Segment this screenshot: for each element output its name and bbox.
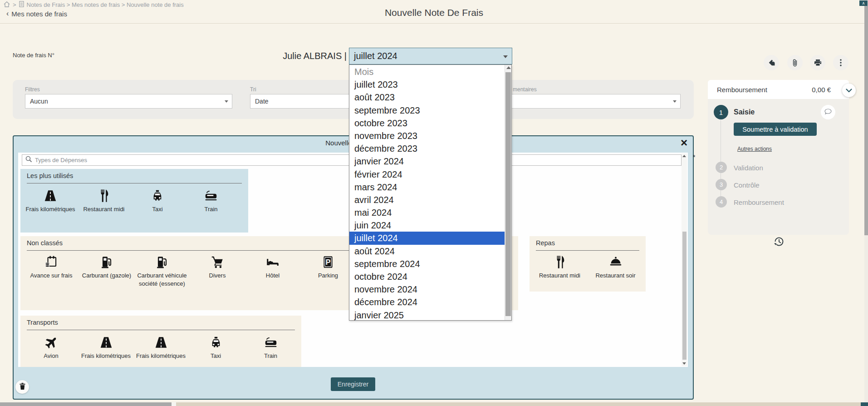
month-option[interactable]: avril 2024 [349, 193, 505, 206]
expense-type-item[interactable]: Hôtel [245, 254, 300, 287]
taxi-icon [208, 335, 224, 350]
expense-type-item[interactable]: Taxi [188, 335, 243, 360]
comment-button[interactable] [821, 105, 835, 119]
scrollbar-gap [172, 402, 176, 406]
month-option-list: Moisjuillet 2023août 2023septembre 2023o… [349, 65, 505, 321]
scroll-up-icon[interactable] [506, 66, 511, 69]
month-option[interactable]: janvier 2024 [349, 155, 505, 168]
history-icon[interactable] [773, 236, 785, 249]
extra-filter-label: mentaires [513, 86, 537, 93]
chevron-down-icon [225, 100, 228, 103]
tag-button[interactable] [764, 55, 779, 70]
page-vertical-scrollbar-thumb[interactable] [864, 6, 868, 235]
month-option[interactable]: septembre 2024 [349, 257, 505, 270]
category-divider [536, 250, 639, 251]
month-option[interactable]: juillet 2024 [349, 232, 505, 244]
train-icon [263, 335, 279, 350]
modal-scrollbar[interactable] [682, 153, 687, 366]
page-title: Nouvelle Note De Frais [0, 7, 868, 18]
road-icon [153, 335, 169, 350]
expense-type-label: Frais kilométriques [136, 352, 186, 360]
dropdown-scrollbar[interactable] [505, 65, 511, 320]
reimbursement-title: Remboursement [717, 86, 767, 94]
month-option[interactable]: novembre 2024 [349, 283, 505, 296]
month-option[interactable]: août 2023 [349, 91, 505, 104]
collapse-panel-button[interactable] [842, 84, 856, 97]
tag-icon [768, 59, 775, 67]
scroll-down-icon[interactable] [682, 362, 686, 365]
month-select-value: juillet 2024 [354, 51, 397, 61]
expense-type-item[interactable]: Avion [24, 335, 78, 360]
month-option[interactable]: juin 2024 [349, 219, 505, 232]
svg-text:P: P [326, 258, 331, 266]
expense-type-item[interactable]: Divers [190, 254, 245, 287]
fuel-pump-icon [99, 254, 114, 270]
month-option[interactable]: octobre 2024 [349, 270, 505, 283]
chevron-down-icon [846, 86, 852, 94]
month-option[interactable]: décembre 2023 [349, 142, 505, 155]
speech-bubble-icon [824, 108, 832, 116]
expense-type-item[interactable]: Taxi [131, 188, 184, 213]
month-option[interactable]: mai 2024 [349, 206, 505, 219]
more-actions-button[interactable] [833, 55, 848, 70]
category-panel-plus-utilises: Les plus utilisés Frais kilométriquesRes… [20, 169, 248, 233]
month-select[interactable]: juillet 2024 [349, 48, 512, 64]
scroll-up-icon[interactable] [682, 155, 686, 157]
expense-type-label: Taxi [152, 205, 162, 213]
reimbursement-header: Remboursement 0,00 € [708, 80, 849, 99]
expense-type-item[interactable]: Frais kilométriques [78, 335, 133, 360]
step-label-validation: Validation [734, 164, 763, 172]
expense-type-label: Avion [44, 352, 58, 360]
scroll-top-button[interactable]: ∧ [859, 0, 868, 6]
expense-type-item[interactable]: Avance sur frais [24, 254, 79, 287]
expense-type-item[interactable]: Restaurant soir [588, 254, 643, 280]
expense-type-label: Carburant véhicule société (essence) [137, 272, 187, 287]
expense-type-item[interactable]: Frais kilométriques [24, 188, 77, 213]
print-button[interactable] [810, 55, 825, 70]
month-option[interactable]: novembre 2023 [349, 129, 505, 142]
month-option[interactable]: décembre 2024 [349, 296, 505, 308]
month-option[interactable]: février 2024 [349, 168, 505, 181]
expense-type-item[interactable]: Restaurant midi [77, 188, 131, 213]
dropdown-scrollbar-thumb[interactable] [505, 72, 511, 316]
month-option[interactable]: septembre 2023 [349, 104, 505, 117]
attachment-button[interactable] [787, 55, 803, 70]
category-panel-repas: Repas Restaurant midiRestaurant soir [530, 236, 646, 292]
expense-type-label: Divers [209, 272, 226, 280]
month-option[interactable]: août 2024 [349, 245, 505, 257]
expense-type-label: Restaurant midi [539, 272, 580, 280]
page-horizontal-scrollbar-thumb[interactable] [0, 402, 172, 406]
expense-type-item[interactable]: PParking [300, 254, 356, 287]
expense-type-label: Carburant (gazole) [82, 272, 131, 280]
month-option[interactable]: mars 2024 [349, 181, 505, 193]
close-icon[interactable]: × [681, 137, 687, 149]
expense-type-label: Taxi [211, 352, 221, 360]
filtres-select[interactable]: Aucun [25, 94, 232, 109]
expense-type-item[interactable]: Train [184, 188, 238, 213]
month-option[interactable]: juillet 2023 [349, 78, 505, 91]
month-dropdown: Moisjuillet 2023août 2023septembre 2023o… [349, 64, 512, 321]
expense-type-item[interactable]: Carburant véhicule société (essence) [134, 254, 190, 287]
reimbursement-amount: 0,00 € [812, 86, 831, 94]
expense-type-item[interactable]: Train [243, 335, 298, 360]
more-icon [840, 59, 842, 66]
step-label-saisie: Saisie [734, 108, 755, 116]
category-title: Repas [536, 239, 555, 247]
modal-scrollbar-thumb[interactable] [682, 232, 687, 360]
step-circle-3: 3 [716, 179, 727, 190]
expense-type-label: Restaurant soir [595, 272, 635, 280]
month-option[interactable]: octobre 2023 [349, 117, 505, 129]
delete-button[interactable] [15, 380, 29, 394]
month-option[interactable]: janvier 2025 [349, 309, 505, 321]
printer-icon [814, 59, 822, 66]
expense-type-item[interactable]: Frais kilométriques [133, 335, 188, 360]
category-panel-transports: Transports AvionFrais kilométriquesFrais… [20, 316, 301, 367]
expense-type-item[interactable]: Carburant (gazole) [79, 254, 134, 287]
expense-type-item[interactable]: Restaurant midi [532, 254, 588, 280]
save-button[interactable]: Enregistrer [331, 377, 375, 391]
submit-validation-button[interactable]: Soumettre à validation [734, 123, 817, 136]
trash-icon [20, 383, 25, 391]
month-option[interactable]: Mois [349, 65, 505, 78]
chevron-down-icon [673, 100, 677, 103]
other-actions-link[interactable]: Autres actions [737, 146, 772, 152]
